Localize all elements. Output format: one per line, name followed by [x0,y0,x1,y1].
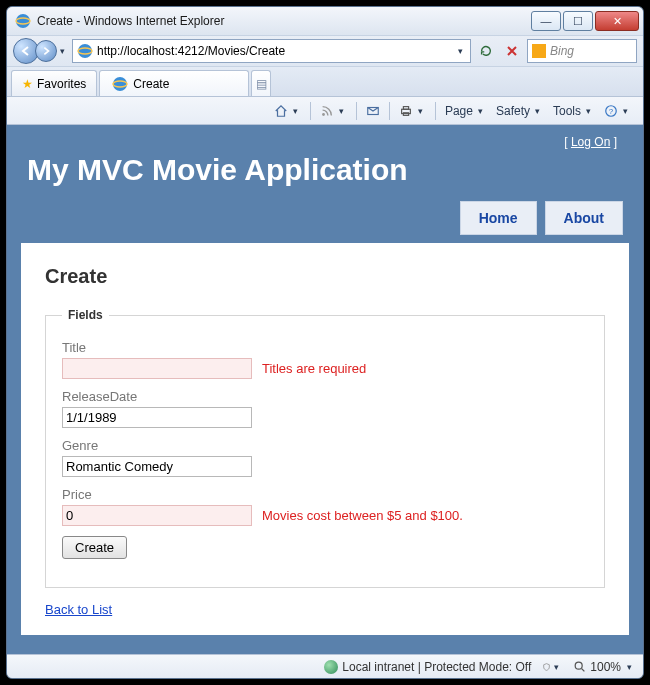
genre-input[interactable] [62,456,252,477]
status-protected-icon[interactable]: ▾ [541,656,563,678]
field-price: Price Movies cost between $5 and $100. [62,487,588,526]
star-icon: ★ [22,77,33,91]
tabs-row: ★ Favorites Create ▤ [7,67,643,97]
close-button[interactable]: ✕ [595,11,639,31]
print-cmd[interactable]: ▾ [395,100,430,122]
nav-tabs: Home About [21,201,629,235]
price-error: Movies cost between $5 and $100. [262,508,463,523]
nav-about[interactable]: About [545,201,623,235]
address-input[interactable] [97,44,451,58]
field-genre: Genre [62,438,588,477]
shield-icon [542,660,551,674]
nav-history-dropdown[interactable]: ▾ [57,46,68,56]
tab-ie-icon [112,76,128,92]
browser-window: Create - Windows Internet Explorer — ☐ ✕… [6,6,644,679]
help-cmd[interactable]: ? ▾ [600,100,635,122]
back-to-list-link[interactable]: Back to List [45,602,112,617]
viewport[interactable]: [ Log On ] My MVC Movie Application Home… [7,125,643,654]
nav-bar: ▾ ▾ Bing [7,35,643,67]
svg-rect-9 [403,106,408,109]
svg-point-13 [575,662,582,669]
address-bar[interactable]: ▾ [72,39,471,63]
field-releasedate: ReleaseDate [62,389,588,428]
svg-point-4 [113,77,127,91]
favorites-label: Favorites [37,77,86,91]
tab-label: Create [133,77,169,91]
favorites-button[interactable]: ★ Favorites [11,70,97,96]
stop-icon [506,45,518,57]
title-error: Titles are required [262,361,366,376]
print-icon [399,104,413,118]
content-panel: Create Fields Title Titles are required … [21,243,629,635]
title-bar[interactable]: Create - Windows Internet Explorer — ☐ ✕ [7,7,643,35]
security-zone[interactable]: Local intranet | Protected Mode: Off [324,660,531,674]
title-label: Title [62,340,588,355]
minimize-button[interactable]: — [531,11,561,31]
tools-menu[interactable]: Tools▾ [549,100,598,122]
refresh-button[interactable] [475,40,497,62]
zone-text: Local intranet | Protected Mode: Off [342,660,531,674]
zoom-control[interactable]: 100% ▾ [573,660,635,674]
svg-point-6 [322,113,325,116]
page-menu[interactable]: Page▾ [441,100,490,122]
zoom-value: 100% [590,660,621,674]
fields-fieldset: Fields Title Titles are required Release… [45,308,605,588]
submit-row: Create [62,536,588,559]
feeds-cmd[interactable]: ▾ [316,100,351,122]
search-placeholder: Bing [550,44,574,58]
genre-label: Genre [62,438,588,453]
svg-text:?: ? [609,106,614,115]
releasedate-input[interactable] [62,407,252,428]
refresh-icon [479,44,493,58]
mail-cmd[interactable] [362,100,384,122]
maximize-button[interactable]: ☐ [563,11,593,31]
forward-button[interactable] [35,40,57,62]
svg-point-2 [78,44,92,58]
home-cmd[interactable]: ▾ [270,100,305,122]
fieldset-legend: Fields [62,308,109,322]
bing-icon [532,44,546,58]
page-body: [ Log On ] My MVC Movie Application Home… [7,125,643,654]
stop-button[interactable] [501,40,523,62]
home-icon [274,104,288,118]
new-tab-button[interactable]: ▤ [251,70,271,96]
search-box[interactable]: Bing [527,39,637,63]
create-button[interactable]: Create [62,536,127,559]
svg-point-0 [16,14,30,28]
window-controls: — ☐ ✕ [531,11,639,31]
releasedate-label: ReleaseDate [62,389,588,404]
arrow-left-icon [20,45,32,57]
rss-icon [320,104,334,118]
nav-arrows: ▾ [13,38,68,64]
command-bar: ▾ ▾ ▾ Page▾ Safety▾ Tools▾ ? ▾ [7,97,643,125]
field-title: Title Titles are required [62,340,588,379]
arrow-right-icon [41,46,51,56]
title-input[interactable] [62,358,252,379]
price-label: Price [62,487,588,502]
address-dropdown[interactable]: ▾ [455,46,466,56]
price-input[interactable] [62,505,252,526]
nav-home[interactable]: Home [460,201,537,235]
safety-menu[interactable]: Safety▾ [492,100,547,122]
logon-area: [ Log On ] [21,125,629,149]
window-title: Create - Windows Internet Explorer [37,14,531,28]
help-icon: ? [604,104,618,118]
globe-icon [324,660,338,674]
status-bar: Local intranet | Protected Mode: Off ▾ 1… [7,654,643,678]
mail-icon [366,104,380,118]
tab-create[interactable]: Create [99,70,249,96]
page-ie-icon [77,43,93,59]
zoom-icon [573,660,587,674]
page-heading: Create [45,265,605,288]
app-title: My MVC Movie Application [21,149,629,201]
ie-icon [15,13,31,29]
logon-link[interactable]: Log On [571,135,610,149]
